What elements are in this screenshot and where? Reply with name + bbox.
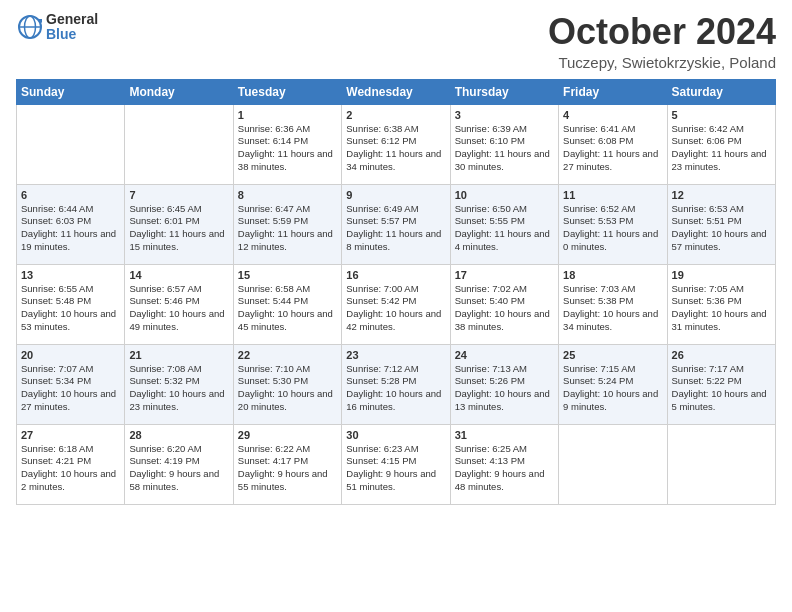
day-info: Sunrise: 7:13 AM Sunset: 5:26 PM Dayligh… xyxy=(455,363,554,414)
day-number: 3 xyxy=(455,109,554,121)
day-number: 23 xyxy=(346,349,445,361)
day-number: 11 xyxy=(563,189,662,201)
col-wednesday: Wednesday xyxy=(342,79,450,104)
table-row: 13Sunrise: 6:55 AM Sunset: 5:48 PM Dayli… xyxy=(17,264,125,344)
logo: General Blue xyxy=(16,12,98,43)
logo-blue: Blue xyxy=(46,27,98,42)
calendar-week-row: 13Sunrise: 6:55 AM Sunset: 5:48 PM Dayli… xyxy=(17,264,776,344)
day-number: 28 xyxy=(129,429,228,441)
day-number: 19 xyxy=(672,269,771,281)
table-row xyxy=(17,104,125,184)
table-row: 27Sunrise: 6:18 AM Sunset: 4:21 PM Dayli… xyxy=(17,424,125,504)
col-saturday: Saturday xyxy=(667,79,775,104)
day-info: Sunrise: 7:08 AM Sunset: 5:32 PM Dayligh… xyxy=(129,363,228,414)
day-info: Sunrise: 6:50 AM Sunset: 5:55 PM Dayligh… xyxy=(455,203,554,254)
table-row: 1Sunrise: 6:36 AM Sunset: 6:14 PM Daylig… xyxy=(233,104,341,184)
table-row: 10Sunrise: 6:50 AM Sunset: 5:55 PM Dayli… xyxy=(450,184,558,264)
day-number: 15 xyxy=(238,269,337,281)
day-info: Sunrise: 6:45 AM Sunset: 6:01 PM Dayligh… xyxy=(129,203,228,254)
table-row: 28Sunrise: 6:20 AM Sunset: 4:19 PM Dayli… xyxy=(125,424,233,504)
day-info: Sunrise: 7:10 AM Sunset: 5:30 PM Dayligh… xyxy=(238,363,337,414)
day-info: Sunrise: 6:42 AM Sunset: 6:06 PM Dayligh… xyxy=(672,123,771,174)
day-info: Sunrise: 6:22 AM Sunset: 4:17 PM Dayligh… xyxy=(238,443,337,494)
day-number: 24 xyxy=(455,349,554,361)
day-info: Sunrise: 6:25 AM Sunset: 4:13 PM Dayligh… xyxy=(455,443,554,494)
day-number: 22 xyxy=(238,349,337,361)
day-info: Sunrise: 6:38 AM Sunset: 6:12 PM Dayligh… xyxy=(346,123,445,174)
table-row: 12Sunrise: 6:53 AM Sunset: 5:51 PM Dayli… xyxy=(667,184,775,264)
day-number: 8 xyxy=(238,189,337,201)
table-row xyxy=(125,104,233,184)
day-number: 7 xyxy=(129,189,228,201)
day-info: Sunrise: 6:41 AM Sunset: 6:08 PM Dayligh… xyxy=(563,123,662,174)
table-row: 3Sunrise: 6:39 AM Sunset: 6:10 PM Daylig… xyxy=(450,104,558,184)
table-row: 17Sunrise: 7:02 AM Sunset: 5:40 PM Dayli… xyxy=(450,264,558,344)
day-info: Sunrise: 6:18 AM Sunset: 4:21 PM Dayligh… xyxy=(21,443,120,494)
day-number: 12 xyxy=(672,189,771,201)
day-number: 31 xyxy=(455,429,554,441)
calendar-week-row: 27Sunrise: 6:18 AM Sunset: 4:21 PM Dayli… xyxy=(17,424,776,504)
table-row: 23Sunrise: 7:12 AM Sunset: 5:28 PM Dayli… xyxy=(342,344,450,424)
day-info: Sunrise: 7:00 AM Sunset: 5:42 PM Dayligh… xyxy=(346,283,445,334)
calendar-header-row: Sunday Monday Tuesday Wednesday Thursday… xyxy=(17,79,776,104)
table-row: 29Sunrise: 6:22 AM Sunset: 4:17 PM Dayli… xyxy=(233,424,341,504)
calendar-week-row: 1Sunrise: 6:36 AM Sunset: 6:14 PM Daylig… xyxy=(17,104,776,184)
day-number: 17 xyxy=(455,269,554,281)
table-row: 19Sunrise: 7:05 AM Sunset: 5:36 PM Dayli… xyxy=(667,264,775,344)
header: General Blue October 2024 Tuczepy, Swiet… xyxy=(16,12,776,71)
day-info: Sunrise: 7:05 AM Sunset: 5:36 PM Dayligh… xyxy=(672,283,771,334)
table-row: 20Sunrise: 7:07 AM Sunset: 5:34 PM Dayli… xyxy=(17,344,125,424)
table-row: 2Sunrise: 6:38 AM Sunset: 6:12 PM Daylig… xyxy=(342,104,450,184)
day-info: Sunrise: 6:36 AM Sunset: 6:14 PM Dayligh… xyxy=(238,123,337,174)
table-row: 16Sunrise: 7:00 AM Sunset: 5:42 PM Dayli… xyxy=(342,264,450,344)
day-info: Sunrise: 6:23 AM Sunset: 4:15 PM Dayligh… xyxy=(346,443,445,494)
logo-general: General xyxy=(46,12,98,27)
day-info: Sunrise: 7:12 AM Sunset: 5:28 PM Dayligh… xyxy=(346,363,445,414)
day-number: 25 xyxy=(563,349,662,361)
day-number: 14 xyxy=(129,269,228,281)
col-sunday: Sunday xyxy=(17,79,125,104)
col-monday: Monday xyxy=(125,79,233,104)
table-row: 24Sunrise: 7:13 AM Sunset: 5:26 PM Dayli… xyxy=(450,344,558,424)
day-number: 10 xyxy=(455,189,554,201)
day-info: Sunrise: 6:57 AM Sunset: 5:46 PM Dayligh… xyxy=(129,283,228,334)
table-row: 26Sunrise: 7:17 AM Sunset: 5:22 PM Dayli… xyxy=(667,344,775,424)
day-info: Sunrise: 6:55 AM Sunset: 5:48 PM Dayligh… xyxy=(21,283,120,334)
day-info: Sunrise: 7:17 AM Sunset: 5:22 PM Dayligh… xyxy=(672,363,771,414)
day-info: Sunrise: 7:02 AM Sunset: 5:40 PM Dayligh… xyxy=(455,283,554,334)
page: General Blue October 2024 Tuczepy, Swiet… xyxy=(0,0,792,612)
day-number: 1 xyxy=(238,109,337,121)
day-info: Sunrise: 7:03 AM Sunset: 5:38 PM Dayligh… xyxy=(563,283,662,334)
table-row: 8Sunrise: 6:47 AM Sunset: 5:59 PM Daylig… xyxy=(233,184,341,264)
day-info: Sunrise: 6:39 AM Sunset: 6:10 PM Dayligh… xyxy=(455,123,554,174)
day-info: Sunrise: 7:15 AM Sunset: 5:24 PM Dayligh… xyxy=(563,363,662,414)
day-info: Sunrise: 7:07 AM Sunset: 5:34 PM Dayligh… xyxy=(21,363,120,414)
day-number: 13 xyxy=(21,269,120,281)
day-info: Sunrise: 6:20 AM Sunset: 4:19 PM Dayligh… xyxy=(129,443,228,494)
day-number: 4 xyxy=(563,109,662,121)
day-number: 21 xyxy=(129,349,228,361)
col-thursday: Thursday xyxy=(450,79,558,104)
table-row: 5Sunrise: 6:42 AM Sunset: 6:06 PM Daylig… xyxy=(667,104,775,184)
calendar-week-row: 6Sunrise: 6:44 AM Sunset: 6:03 PM Daylig… xyxy=(17,184,776,264)
table-row xyxy=(667,424,775,504)
table-row: 6Sunrise: 6:44 AM Sunset: 6:03 PM Daylig… xyxy=(17,184,125,264)
table-row: 4Sunrise: 6:41 AM Sunset: 6:08 PM Daylig… xyxy=(559,104,667,184)
day-info: Sunrise: 6:53 AM Sunset: 5:51 PM Dayligh… xyxy=(672,203,771,254)
table-row: 9Sunrise: 6:49 AM Sunset: 5:57 PM Daylig… xyxy=(342,184,450,264)
calendar-week-row: 20Sunrise: 7:07 AM Sunset: 5:34 PM Dayli… xyxy=(17,344,776,424)
day-number: 18 xyxy=(563,269,662,281)
month-title: October 2024 xyxy=(548,12,776,52)
day-info: Sunrise: 6:44 AM Sunset: 6:03 PM Dayligh… xyxy=(21,203,120,254)
location-title: Tuczepy, Swietokrzyskie, Poland xyxy=(548,54,776,71)
day-number: 2 xyxy=(346,109,445,121)
day-info: Sunrise: 6:47 AM Sunset: 5:59 PM Dayligh… xyxy=(238,203,337,254)
day-number: 9 xyxy=(346,189,445,201)
table-row: 15Sunrise: 6:58 AM Sunset: 5:44 PM Dayli… xyxy=(233,264,341,344)
day-number: 27 xyxy=(21,429,120,441)
table-row: 31Sunrise: 6:25 AM Sunset: 4:13 PM Dayli… xyxy=(450,424,558,504)
day-info: Sunrise: 6:49 AM Sunset: 5:57 PM Dayligh… xyxy=(346,203,445,254)
col-tuesday: Tuesday xyxy=(233,79,341,104)
day-number: 20 xyxy=(21,349,120,361)
table-row: 30Sunrise: 6:23 AM Sunset: 4:15 PM Dayli… xyxy=(342,424,450,504)
